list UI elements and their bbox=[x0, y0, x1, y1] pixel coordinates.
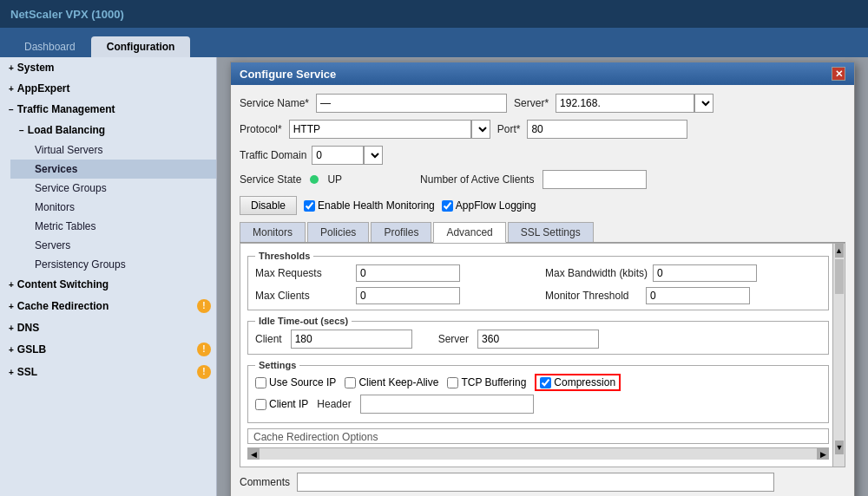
sidebar-item-persistency-groups[interactable]: Persistency Groups bbox=[10, 255, 216, 274]
dialog-close-button[interactable]: ✕ bbox=[832, 67, 845, 81]
traffic-mgmt-toggle-icon: − bbox=[9, 105, 14, 114]
max-bandwidth-input[interactable] bbox=[653, 264, 757, 282]
server-label: Server* bbox=[514, 97, 549, 109]
monitor-threshold-label: Monitor Threshold bbox=[545, 290, 641, 302]
health-monitoring-checkbox[interactable] bbox=[304, 200, 315, 212]
tab-profiles[interactable]: Profiles bbox=[371, 222, 431, 242]
horizontal-scrollbar[interactable]: ◀ ▶ bbox=[247, 447, 829, 460]
tab-policies[interactable]: Policies bbox=[307, 222, 369, 242]
service-name-row: Service Name* Server* ▼ bbox=[240, 94, 845, 113]
idle-timeout-section: Idle Time-out (secs) Client Server bbox=[247, 316, 829, 355]
sidebar-item-services[interactable]: Services bbox=[10, 160, 216, 179]
appflow-logging-label: AppFlow Logging bbox=[456, 199, 536, 212]
sidebar-item-traffic-management[interactable]: − Traffic Management bbox=[0, 99, 216, 120]
service-name-input[interactable] bbox=[316, 94, 507, 113]
protocol-dropdown[interactable]: ▼ bbox=[471, 120, 490, 139]
active-clients-input[interactable] bbox=[542, 170, 647, 189]
appflow-logging-checkbox-label[interactable]: AppFlow Logging bbox=[442, 199, 536, 212]
comments-input[interactable] bbox=[297, 473, 774, 492]
controls-row: Disable Enable Health Monitoring AppFlow… bbox=[240, 196, 845, 215]
monitor-threshold-input[interactable] bbox=[646, 287, 750, 304]
sidebar: + System + AppExpert − Traffic Managemen… bbox=[0, 57, 217, 496]
cache-redirection-options-section: Cache Redirection Options bbox=[247, 428, 829, 444]
service-name-label: Service Name* bbox=[240, 97, 309, 109]
dns-toggle-icon: + bbox=[9, 323, 14, 333]
tab-monitors[interactable]: Monitors bbox=[240, 222, 306, 242]
max-requests-input[interactable] bbox=[356, 264, 460, 282]
compression-checkbox[interactable] bbox=[540, 377, 551, 388]
status-dot-up bbox=[310, 175, 319, 184]
use-source-ip-text: Use Source IP bbox=[269, 376, 336, 388]
sidebar-item-monitors[interactable]: Monitors bbox=[10, 198, 216, 217]
app-title: NetScaler VPX (1000) bbox=[10, 8, 124, 21]
comments-label: Comments bbox=[240, 476, 290, 488]
client-keepalive-label[interactable]: Client Keep-Alive bbox=[345, 376, 438, 388]
port-input[interactable] bbox=[527, 120, 687, 139]
client-ip-text: Client IP bbox=[269, 398, 308, 410]
tab-advanced[interactable]: Advanced bbox=[433, 222, 505, 243]
comments-row: Comments bbox=[240, 467, 845, 496]
right-panel: Configure Service ✕ Service Name* Server… bbox=[217, 57, 868, 496]
tab-content-advanced: ▲ ▼ Thresholds Max Requests bbox=[240, 243, 845, 467]
traffic-domain-dropdown[interactable]: ▼ bbox=[364, 146, 383, 165]
protocol-label: Protocol* bbox=[240, 123, 282, 135]
tcp-buffering-checkbox[interactable] bbox=[447, 377, 458, 388]
idle-timeout-legend: Idle Time-out (secs) bbox=[255, 316, 352, 326]
sidebar-item-metric-tables[interactable]: Metric Tables bbox=[10, 217, 216, 236]
header-input[interactable] bbox=[360, 395, 534, 414]
sidebar-item-load-balancing[interactable]: − Load Balancing bbox=[10, 120, 216, 140]
ssl-label: SSL bbox=[17, 366, 37, 378]
sidebar-item-virtual-servers[interactable]: Virtual Servers bbox=[10, 140, 216, 160]
sidebar-item-gslb[interactable]: + GSLB ! bbox=[0, 338, 216, 361]
server-input[interactable] bbox=[556, 94, 694, 113]
tcp-buffering-text: TCP Buffering bbox=[461, 376, 526, 388]
max-clients-row: Max Clients bbox=[255, 287, 531, 304]
sidebar-item-service-groups[interactable]: Service Groups bbox=[10, 179, 216, 198]
settings-legend: Settings bbox=[255, 360, 299, 370]
dialog-title: Configure Service bbox=[240, 68, 336, 81]
tab-dashboard[interactable]: Dashboard bbox=[9, 36, 91, 57]
client-timeout-input[interactable] bbox=[291, 330, 412, 349]
sidebar-item-system[interactable]: + System bbox=[0, 57, 216, 78]
sidebar-item-content-switching[interactable]: + Content Switching bbox=[0, 274, 216, 295]
appexpert-toggle-icon: + bbox=[9, 84, 14, 94]
system-label: System bbox=[17, 62, 55, 74]
disable-button[interactable]: Disable bbox=[240, 196, 297, 215]
sidebar-item-servers[interactable]: Servers bbox=[10, 236, 216, 255]
client-ip-label[interactable]: Client IP bbox=[255, 398, 308, 410]
dialog-body: Service Name* Server* ▼ Protocol* bbox=[231, 85, 854, 496]
sidebar-item-ssl[interactable]: + SSL ! bbox=[0, 361, 216, 383]
sidebar-item-appexpert[interactable]: + AppExpert bbox=[0, 78, 216, 99]
gslb-label: GSLB bbox=[17, 343, 46, 356]
server-dropdown[interactable]: ▼ bbox=[694, 94, 713, 113]
max-clients-input[interactable] bbox=[356, 287, 460, 304]
lb-label: Load Balancing bbox=[28, 124, 105, 136]
traffic-domain-row: Traffic Domain ▼ bbox=[240, 146, 845, 165]
tab-configuration[interactable]: Configuration bbox=[91, 36, 191, 57]
use-source-ip-label[interactable]: Use Source IP bbox=[255, 376, 336, 388]
client-keepalive-checkbox[interactable] bbox=[345, 377, 356, 388]
app-window: NetScaler VPX (1000) Dashboard Configura… bbox=[0, 0, 868, 496]
ssl-warn-icon: ! bbox=[197, 365, 211, 379]
scroll-bar[interactable]: ▲ ▼ bbox=[832, 244, 845, 467]
compression-text: Compression bbox=[554, 376, 615, 388]
client-keepalive-text: Client Keep-Alive bbox=[358, 376, 438, 388]
settings-section: Settings Use Source IP Client Keep-Alive bbox=[247, 360, 829, 423]
use-source-ip-checkbox[interactable] bbox=[255, 377, 266, 388]
health-monitoring-checkbox-label[interactable]: Enable Health Monitoring bbox=[304, 199, 435, 212]
sidebar-item-cache-redirection[interactable]: + Cache Redirection ! bbox=[0, 295, 216, 317]
tab-ssl-settings[interactable]: SSL Settings bbox=[508, 222, 594, 242]
protocol-port-row: Protocol* ▼ Port* bbox=[240, 120, 845, 139]
protocol-input[interactable] bbox=[289, 120, 471, 139]
server-timeout-input[interactable] bbox=[477, 330, 599, 349]
traffic-domain-input[interactable] bbox=[312, 146, 364, 165]
main-content: + System + AppExpert − Traffic Managemen… bbox=[0, 57, 868, 496]
gslb-toggle-icon: + bbox=[9, 345, 14, 355]
tcp-buffering-label[interactable]: TCP Buffering bbox=[447, 376, 526, 388]
sidebar-item-dns[interactable]: + DNS bbox=[0, 317, 216, 338]
dns-label: DNS bbox=[17, 322, 39, 334]
gslb-warn-icon: ! bbox=[197, 343, 211, 356]
appflow-logging-checkbox[interactable] bbox=[442, 200, 453, 212]
client-ip-checkbox[interactable] bbox=[255, 399, 266, 410]
cache-redirection-label: Cache Redirection Options bbox=[253, 431, 378, 443]
